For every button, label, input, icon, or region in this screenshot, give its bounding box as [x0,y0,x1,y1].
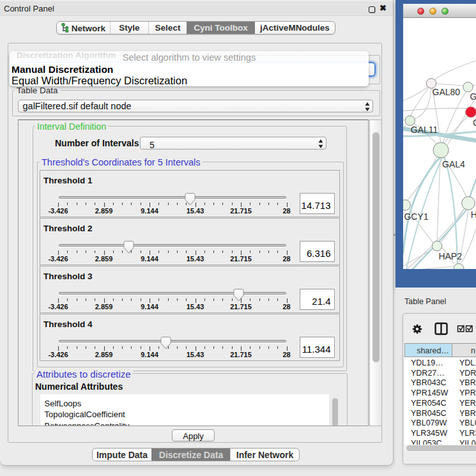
svg-text:C: C [473,118,476,128]
svg-text:GCY1: GCY1 [404,211,428,222]
svg-text:GAL: GAL [470,91,476,102]
svg-text:GAL11: GAL11 [411,125,438,135]
svg-text:H: H [471,210,476,220]
svg-text:GAL80: GAL80 [433,87,461,97]
svg-text:GAL4: GAL4 [442,159,465,169]
svg-text:HAP2: HAP2 [438,251,462,261]
